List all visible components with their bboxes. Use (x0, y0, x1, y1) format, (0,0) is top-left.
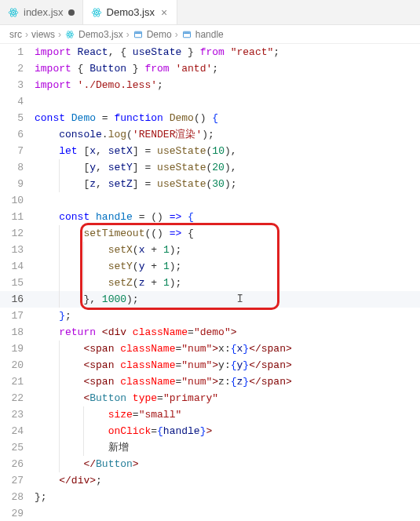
code-content[interactable]: size="small" (35, 406, 420, 423)
line-number: 23 (0, 406, 35, 423)
close-icon[interactable]: × (159, 6, 169, 19)
code-content[interactable]: const Demo = function Demo() { (35, 110, 420, 126)
code-content[interactable]: import { Button } from 'antd'; (35, 60, 420, 77)
crumb-views[interactable]: views (31, 29, 55, 40)
code-content[interactable]: const handle = () => { (35, 209, 420, 225)
line-number: 16 (0, 291, 35, 308)
line-number: 28 (0, 489, 35, 505)
code-line[interactable]: 29 (0, 505, 420, 521)
code-line[interactable]: 22 <Button type="primary" (0, 390, 420, 406)
code-line[interactable]: 6 console.log('RENDER渲染'); (0, 126, 420, 143)
code-content[interactable]: [z, setZ] = useState(30); (35, 176, 420, 192)
code-line[interactable]: 23 size="small" (0, 406, 420, 423)
line-number: 13 (0, 242, 35, 258)
code-content[interactable]: </div>; (35, 472, 420, 489)
line-number: 12 (0, 225, 35, 242)
dirty-indicator-icon (68, 9, 75, 16)
crumb-file[interactable]: Demo3.jsx (79, 29, 123, 40)
tab-index-jsx[interactable]: index.jsx (0, 0, 83, 24)
code-content[interactable]: <span className="num">x:{x}</span> (35, 341, 420, 357)
chevron-right-icon: › (58, 29, 61, 40)
code-content[interactable]: <Button type="primary" (35, 390, 420, 406)
line-number: 21 (0, 373, 35, 390)
code-content[interactable]: import React, { useState } from "react"; (35, 44, 420, 60)
code-line[interactable]: 10 (0, 192, 420, 209)
react-icon (91, 7, 102, 18)
code-line[interactable]: 11 const handle = () => { (0, 209, 420, 225)
code-content[interactable]: let [x, setX] = useState(10), (35, 143, 420, 159)
crumb-symbol-demo[interactable]: Demo (147, 29, 172, 40)
line-number: 25 (0, 439, 35, 456)
code-line[interactable]: 1import React, { useState } from "react"… (0, 44, 420, 60)
code-content[interactable]: setTimeout(() => { (35, 225, 420, 242)
code-line[interactable]: 5const Demo = function Demo() { (0, 110, 420, 126)
code-line[interactable]: 7 let [x, setX] = useState(10), (0, 143, 420, 159)
line-number: 26 (0, 456, 35, 472)
code-line[interactable]: 12 setTimeout(() => { (0, 225, 420, 242)
code-content[interactable]: console.log('RENDER渲染'); (35, 126, 420, 143)
code-content[interactable]: onClick={handle}> (35, 423, 420, 439)
code-line[interactable]: 21 <span className="num">z:{z}</span> (0, 373, 420, 390)
svg-point-7 (96, 12, 97, 13)
chevron-right-icon: › (25, 29, 28, 40)
code-content[interactable]: </Button> (35, 456, 420, 472)
line-number: 20 (0, 357, 35, 373)
code-content[interactable]: setY(y + 1); (35, 258, 420, 275)
code-line[interactable]: 3import './Demo.less'; (0, 77, 420, 93)
code-content[interactable] (35, 192, 420, 209)
line-number: 24 (0, 423, 35, 439)
code-line[interactable]: 27 </div>; (0, 472, 420, 489)
code-line[interactable]: 24 onClick={handle}> (0, 423, 420, 439)
crumb-src[interactable]: src (9, 29, 22, 40)
code-line[interactable]: 9 [z, setZ] = useState(30); (0, 176, 420, 192)
line-number: 4 (0, 93, 35, 110)
svg-point-3 (13, 12, 14, 13)
line-number: 7 (0, 143, 35, 159)
code-content[interactable]: }, 1000); (35, 291, 420, 308)
code-line[interactable]: 16 }, 1000); (0, 291, 420, 308)
code-content[interactable]: }; (35, 308, 420, 324)
line-number: 8 (0, 159, 35, 176)
symbol-variable-icon (133, 29, 144, 40)
code-content[interactable] (35, 505, 420, 521)
code-content[interactable]: <span className="num">z:{z}</span> (35, 373, 420, 390)
code-content[interactable]: import './Demo.less'; (35, 77, 420, 93)
line-number: 27 (0, 472, 35, 489)
crumb-symbol-handle[interactable]: handle (195, 29, 224, 40)
code-line[interactable]: 8 [y, setY] = useState(20), (0, 159, 420, 176)
code-content[interactable]: }; (35, 489, 420, 505)
code-line[interactable]: 25 新增 (0, 439, 420, 456)
line-number: 10 (0, 192, 35, 209)
code-line[interactable]: 28}; (0, 489, 420, 505)
code-line[interactable]: 4 (0, 93, 420, 110)
code-line[interactable]: 2import { Button } from 'antd'; (0, 60, 420, 77)
breadcrumb: src › views › Demo3.jsx › Demo › handle (0, 25, 420, 44)
code-content[interactable]: 新增 (35, 439, 420, 456)
code-line[interactable]: 18 return <div className="demo"> (0, 324, 420, 341)
tab-demo3-jsx[interactable]: Demo3.jsx × (83, 0, 178, 24)
code-line[interactable]: 13 setX(x + 1); (0, 242, 420, 258)
line-number: 1 (0, 44, 35, 60)
chevron-right-icon: › (175, 29, 178, 40)
line-number: 19 (0, 341, 35, 357)
code-line[interactable]: 17 }; (0, 308, 420, 324)
tab-label: index.jsx (24, 6, 64, 18)
react-icon (64, 29, 75, 40)
react-icon (8, 7, 19, 18)
code-content[interactable]: setX(x + 1); (35, 242, 420, 258)
code-line[interactable]: 15 setZ(z + 1); (0, 275, 420, 291)
line-number: 17 (0, 308, 35, 324)
code-line[interactable]: 20 <span className="num">y:{y}</span> (0, 357, 420, 373)
code-content[interactable]: return <div className="demo"> (35, 324, 420, 341)
line-number: 9 (0, 176, 35, 192)
code-content[interactable]: setZ(z + 1); (35, 275, 420, 291)
code-content[interactable] (35, 93, 420, 110)
code-editor[interactable]: 1import React, { useState } from "react"… (0, 44, 420, 521)
line-number: 22 (0, 390, 35, 406)
code-line[interactable]: 19 <span className="num">x:{x}</span> (0, 341, 420, 357)
code-content[interactable]: [y, setY] = useState(20), (35, 159, 420, 176)
code-content[interactable]: <span className="num">y:{y}</span> (35, 357, 420, 373)
code-line[interactable]: 26 </Button> (0, 456, 420, 472)
code-line[interactable]: 14 setY(y + 1); (0, 258, 420, 275)
line-number: 11 (0, 209, 35, 225)
